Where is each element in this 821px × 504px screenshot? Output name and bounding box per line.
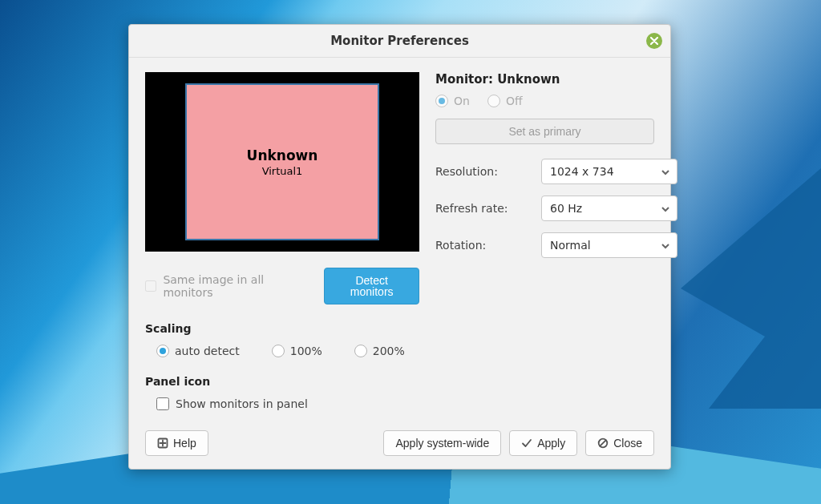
radio-icon: [156, 345, 169, 357]
apply-button[interactable]: Apply: [509, 430, 577, 456]
close-label: Close: [613, 437, 642, 449]
radio-icon: [272, 345, 285, 357]
scaling-200-radio[interactable]: 200%: [354, 345, 405, 357]
help-label: Help: [173, 437, 196, 449]
monitor-thumbnail[interactable]: Unknown Virtual1: [185, 83, 379, 240]
resolution-select[interactable]: 1024 x 734: [541, 159, 677, 184]
titlebar[interactable]: Monitor Preferences: [129, 25, 670, 58]
scaling-auto-label: auto detect: [175, 345, 240, 357]
same-image-checkbox: Same image in all monitors: [145, 273, 301, 299]
scaling-200-label: 200%: [373, 345, 405, 357]
selected-monitor-prefix: Monitor:: [435, 72, 493, 87]
chevron-down-icon: [661, 204, 670, 213]
chevron-down-icon: [661, 240, 670, 250]
same-image-checkbox-box: [145, 280, 156, 292]
set-primary-label: Set as primary: [508, 126, 580, 137]
monitor-thumbnail-connector: Virtual1: [262, 165, 303, 177]
close-icon: [650, 25, 658, 57]
window-title: Monitor Preferences: [330, 34, 469, 48]
radio-icon: [487, 95, 500, 107]
help-button[interactable]: Help: [145, 430, 208, 456]
scaling-auto-radio[interactable]: auto detect: [156, 345, 240, 357]
show-monitors-checkbox[interactable]: Show monitors in panel: [156, 397, 308, 410]
help-icon: [157, 437, 168, 449]
rotation-label: Rotation:: [435, 239, 532, 252]
panel-icon-heading: Panel icon: [145, 375, 654, 388]
set-as-primary-button[interactable]: Set as primary: [435, 119, 654, 144]
desktop-background: Monitor Preferences Unknown Virtual1: [0, 0, 821, 504]
close-button[interactable]: Close: [585, 430, 654, 456]
same-image-label: Same image in all monitors: [163, 273, 301, 299]
scaling-heading: Scaling: [145, 322, 654, 335]
radio-icon: [354, 345, 367, 357]
rotation-value: Normal: [550, 239, 591, 252]
refresh-rate-select[interactable]: 60 Hz: [541, 196, 677, 221]
refresh-value: 60 Hz: [550, 202, 582, 215]
detect-monitors-label: Detect monitors: [336, 275, 407, 297]
scaling-100-label: 100%: [290, 345, 322, 357]
refresh-label: Refresh rate:: [435, 202, 532, 215]
scaling-100-radio[interactable]: 100%: [272, 345, 322, 357]
power-off-radio: Off: [487, 95, 523, 107]
power-on-label: On: [454, 95, 470, 107]
check-icon: [521, 437, 532, 449]
selected-monitor-heading: Monitor: Unknown: [435, 72, 654, 87]
resolution-label: Resolution:: [435, 165, 532, 178]
monitor-thumbnail-name: Unknown: [247, 147, 318, 163]
selected-monitor-name: Unknown: [497, 72, 560, 87]
resolution-value: 1024 x 734: [550, 165, 614, 178]
window-close-button[interactable]: [646, 33, 662, 49]
prohibit-icon: [597, 437, 609, 449]
apply-system-wide-button[interactable]: Apply system-wide: [383, 430, 501, 456]
radio-icon: [435, 95, 448, 107]
dialog-body: Unknown Virtual1 Same image in all monit…: [129, 58, 670, 469]
monitor-layout-preview[interactable]: Unknown Virtual1: [145, 72, 419, 252]
show-monitors-label: Show monitors in panel: [176, 397, 308, 410]
power-on-radio: On: [435, 95, 470, 107]
apply-system-wide-label: Apply system-wide: [395, 437, 489, 449]
monitor-preferences-dialog: Monitor Preferences Unknown Virtual1: [128, 24, 671, 470]
detect-monitors-button[interactable]: Detect monitors: [324, 268, 419, 304]
rotation-select[interactable]: Normal: [541, 232, 677, 258]
chevron-down-icon: [661, 167, 670, 176]
power-off-label: Off: [506, 95, 523, 107]
apply-label: Apply: [537, 437, 565, 449]
show-monitors-checkbox-box[interactable]: [156, 397, 169, 410]
